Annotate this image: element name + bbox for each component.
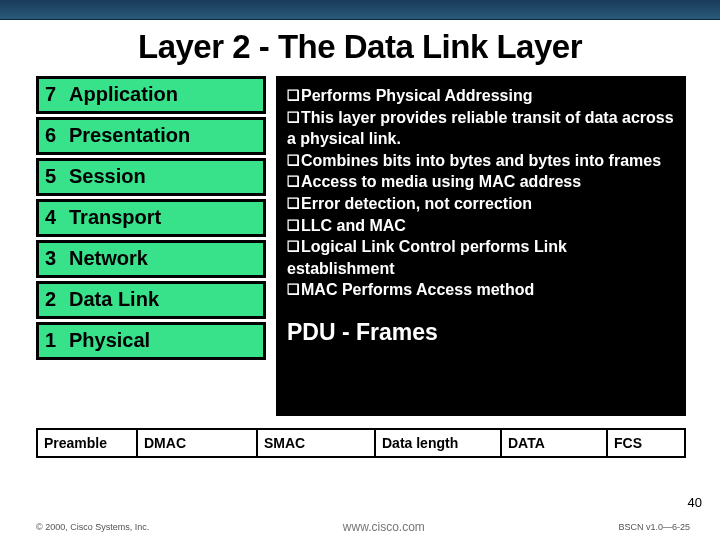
bullet-icon: ❑ — [287, 173, 300, 189]
layer-name: Application — [69, 83, 178, 106]
bullet-icon: ❑ — [287, 109, 300, 125]
page-number: 40 — [688, 495, 702, 510]
frame-field-data: DATA — [502, 430, 608, 456]
layer-name: Session — [69, 165, 146, 188]
layer-number: 6 — [45, 124, 69, 147]
bullet-icon: ❑ — [287, 217, 300, 233]
osi-layers-column: 7Application 6Presentation 5Session 4Tra… — [36, 76, 266, 416]
layer-6-presentation: 6Presentation — [36, 117, 266, 155]
main-content: 7Application 6Presentation 5Session 4Tra… — [0, 76, 720, 416]
slide-code: BSCN v1.0—6-25 — [618, 522, 690, 532]
layer-name: Presentation — [69, 124, 190, 147]
bullet-item: ❑MAC Performs Access method — [287, 279, 675, 301]
layer-number: 2 — [45, 288, 69, 311]
bullet-item: ❑Combines bits into bytes and bytes into… — [287, 150, 675, 172]
layer-2-data-link: 2Data Link — [36, 281, 266, 319]
bullet-item: ❑This layer provides reliable transit of… — [287, 107, 675, 150]
layer-number: 7 — [45, 83, 69, 106]
frame-field-smac: SMAC — [258, 430, 376, 456]
slide-title: Layer 2 - The Data Link Layer — [0, 28, 720, 66]
bullet-list: ❑Performs Physical Addressing ❑This laye… — [287, 85, 675, 301]
bullet-item: ❑LLC and MAC — [287, 215, 675, 237]
frame-field-dmac: DMAC — [138, 430, 258, 456]
frame-field-length: Data length — [376, 430, 502, 456]
copyright-text: © 2000, Cisco Systems, Inc. — [36, 522, 149, 532]
layer-number: 1 — [45, 329, 69, 352]
frame-field-preamble: Preamble — [38, 430, 138, 456]
bullet-item: ❑Access to media using MAC address — [287, 171, 675, 193]
bullet-item: ❑Logical Link Control performs Link esta… — [287, 236, 675, 279]
layer-name: Data Link — [69, 288, 159, 311]
pdu-label: PDU - Frames — [287, 319, 675, 346]
layer-name: Transport — [69, 206, 161, 229]
bullet-icon: ❑ — [287, 87, 300, 103]
layer-number: 3 — [45, 247, 69, 270]
layer-7-application: 7Application — [36, 76, 266, 114]
layer-name: Physical — [69, 329, 150, 352]
bullet-icon: ❑ — [287, 195, 300, 211]
bullet-item: ❑Error detection, not correction — [287, 193, 675, 215]
frame-structure: Preamble DMAC SMAC Data length DATA FCS — [36, 428, 686, 458]
layer-1-physical: 1Physical — [36, 322, 266, 360]
bullet-icon: ❑ — [287, 281, 300, 297]
description-panel: ❑Performs Physical Addressing ❑This laye… — [276, 76, 686, 416]
frame-field-fcs: FCS — [608, 430, 684, 456]
bullet-icon: ❑ — [287, 238, 300, 254]
bullet-icon: ❑ — [287, 152, 300, 168]
slide-top-bar — [0, 0, 720, 20]
layer-5-session: 5Session — [36, 158, 266, 196]
layer-3-network: 3Network — [36, 240, 266, 278]
layer-number: 5 — [45, 165, 69, 188]
layer-number: 4 — [45, 206, 69, 229]
layer-name: Network — [69, 247, 148, 270]
bullet-item: ❑Performs Physical Addressing — [287, 85, 675, 107]
footer-url: www.cisco.com — [343, 520, 425, 534]
layer-4-transport: 4Transport — [36, 199, 266, 237]
slide-footer: © 2000, Cisco Systems, Inc. www.cisco.co… — [0, 520, 720, 534]
